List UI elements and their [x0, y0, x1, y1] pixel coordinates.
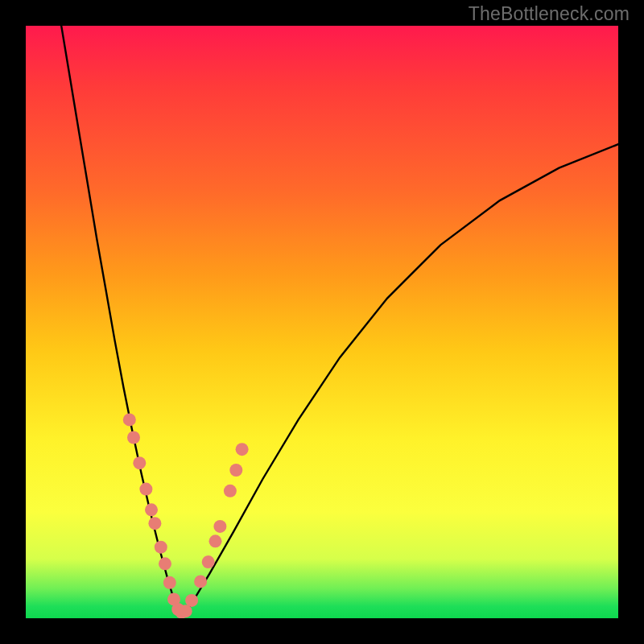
- marker-dot: [123, 413, 136, 426]
- marker-dot: [127, 431, 140, 444]
- marker-dot: [209, 535, 222, 547]
- marker-dot: [224, 485, 237, 497]
- chart-svg: [26, 26, 618, 618]
- curve-left-curve: [61, 26, 181, 618]
- marker-dot: [139, 483, 152, 496]
- marker-dot: [202, 555, 215, 568]
- marker-dot: [155, 541, 167, 554]
- marker-dot: [145, 503, 158, 516]
- curve-right-curve: [181, 144, 618, 618]
- marker-dot: [194, 575, 207, 588]
- marker-dot: [213, 520, 226, 533]
- marker-dot: [236, 443, 249, 456]
- marker-dot: [133, 456, 146, 469]
- marker-dot: [185, 594, 198, 607]
- plot-area: [26, 26, 618, 618]
- chart-frame: TheBottleneck.com: [0, 0, 644, 644]
- marker-dot: [229, 464, 242, 477]
- watermark-label: TheBottleneck.com: [469, 3, 630, 25]
- marker-dot: [159, 557, 171, 570]
- marker-dot: [163, 576, 176, 589]
- marker-dot: [148, 517, 161, 530]
